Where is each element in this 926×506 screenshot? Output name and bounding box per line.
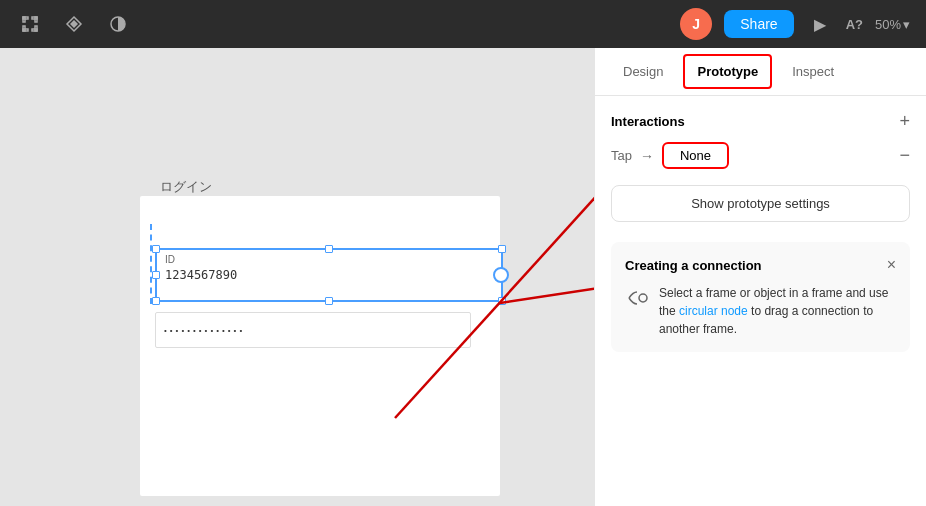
handle-br xyxy=(498,297,506,305)
handle-bm xyxy=(325,297,333,305)
panel-tabs: Design Prototype Inspect xyxy=(595,48,926,96)
share-button[interactable]: Share xyxy=(724,10,793,38)
password-value: •••••••••••••• xyxy=(164,326,245,335)
selection-dashed-line xyxy=(150,224,152,304)
id-field-label: ID xyxy=(165,254,493,265)
svg-line-11 xyxy=(500,263,594,303)
connection-section: Creating a connection × Select a frame o… xyxy=(611,242,910,352)
panel-content: Interactions + Tap → None − Show prototy… xyxy=(595,96,926,506)
interaction-target[interactable]: None xyxy=(662,142,729,169)
interaction-trigger: Tap xyxy=(611,148,632,163)
connection-node-icon xyxy=(625,286,649,315)
connection-section-header: Creating a connection × xyxy=(625,256,896,274)
close-connection-button[interactable]: × xyxy=(887,256,896,274)
tab-prototype[interactable]: Prototype xyxy=(683,54,772,89)
contrast-tool-icon[interactable] xyxy=(104,10,132,38)
handle-bl xyxy=(152,297,160,305)
interaction-arrow-icon: → xyxy=(640,148,654,164)
toolbar: J Share ▶ A? 50% ▾ xyxy=(0,0,926,48)
main-content: ログイン ID 1234567890 348 × 54 ••••••••••••… xyxy=(0,48,926,506)
canvas-area[interactable]: ログイン ID 1234567890 348 × 54 ••••••••••••… xyxy=(0,48,594,506)
play-button[interactable]: ▶ xyxy=(806,11,834,38)
interactions-title: Interactions xyxy=(611,114,685,129)
text-button[interactable]: A? xyxy=(846,17,863,32)
connection-body: Select a frame or object in a frame and … xyxy=(625,284,896,338)
zoom-control[interactable]: 50% ▾ xyxy=(875,17,910,32)
remove-interaction-button[interactable]: − xyxy=(899,145,910,166)
toolbar-center: J Share ▶ A? 50% ▾ xyxy=(680,8,910,40)
connection-title: Creating a connection xyxy=(625,258,762,273)
component-tool-icon[interactable] xyxy=(60,10,88,38)
interactions-section-header: Interactions + xyxy=(611,112,910,130)
handle-tl xyxy=(152,245,160,253)
interaction-row: Tap → None − xyxy=(611,142,910,169)
handle-lm xyxy=(152,271,160,279)
tab-inspect[interactable]: Inspect xyxy=(780,56,846,87)
tab-design[interactable]: Design xyxy=(611,56,675,87)
right-panel: Design Prototype Inspect Interactions + … xyxy=(594,48,926,506)
handle-tm xyxy=(325,245,333,253)
user-avatar[interactable]: J xyxy=(680,8,712,40)
connection-description: Select a frame or object in a frame and … xyxy=(659,284,896,338)
connector-handle[interactable] xyxy=(493,267,509,283)
add-interaction-button[interactable]: + xyxy=(899,112,910,130)
frame-tool-icon[interactable] xyxy=(16,10,44,38)
frame-label: ログイン xyxy=(160,178,212,196)
handle-tr xyxy=(498,245,506,253)
password-field[interactable]: •••••••••••••• xyxy=(155,312,471,348)
id-field-value: 1234567890 xyxy=(165,268,237,282)
toolbar-left xyxy=(16,10,664,38)
id-input-field[interactable]: ID 1234567890 xyxy=(155,248,503,302)
show-prototype-settings-button[interactable]: Show prototype settings xyxy=(611,185,910,222)
svg-point-12 xyxy=(639,294,647,302)
highlight-circular-node: circular node xyxy=(679,304,748,318)
